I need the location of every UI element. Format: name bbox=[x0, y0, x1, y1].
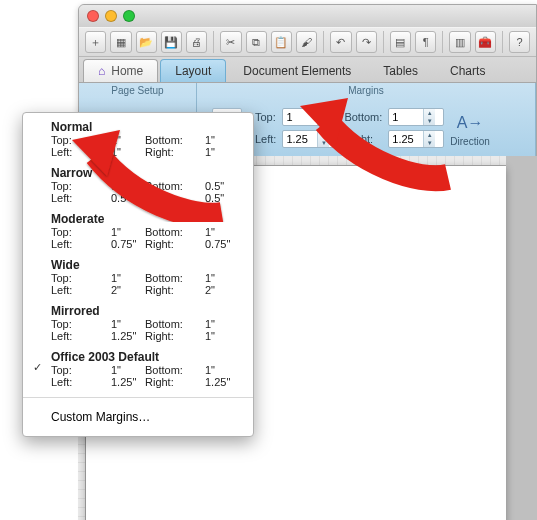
toolbar-separator bbox=[323, 31, 324, 53]
print-button[interactable]: 🖨 bbox=[186, 31, 207, 53]
toolbar-separator bbox=[383, 31, 384, 53]
spin-up-icon[interactable]: ▲ bbox=[318, 131, 329, 139]
preset-name: Mirrored bbox=[51, 304, 239, 318]
margin-preset-mirrored[interactable]: MirroredTop:1"Bottom:1"Left:1.25"Right:1… bbox=[23, 301, 253, 347]
separator bbox=[23, 397, 253, 398]
toolbar-separator bbox=[442, 31, 443, 53]
margin-left-label: Left: bbox=[255, 133, 276, 145]
preset-name: Narrow bbox=[51, 166, 239, 180]
margin-left-input[interactable]: ▲▼ bbox=[282, 130, 338, 148]
tab-home[interactable]: Home bbox=[83, 59, 158, 82]
margins-dropdown: NormalTop:1"Bottom:1"Left:1"Right:1"Narr… bbox=[22, 112, 254, 437]
margin-right-label: Right: bbox=[344, 133, 382, 145]
text-direction-label: Direction bbox=[450, 136, 489, 147]
preset-name: Office 2003 Default bbox=[51, 350, 239, 364]
group-title: Margins bbox=[205, 83, 527, 99]
group-title: Page Setup bbox=[87, 83, 188, 99]
toolbar-separator bbox=[213, 31, 214, 53]
preset-name: Moderate bbox=[51, 212, 239, 226]
paste-button[interactable]: 📋 bbox=[271, 31, 292, 53]
show-hide-button[interactable]: ▤ bbox=[390, 31, 411, 53]
preset-name: Wide bbox=[51, 258, 239, 272]
margin-bottom-input[interactable]: ▲▼ bbox=[388, 108, 444, 126]
margin-preset-wide[interactable]: WideTop:1"Bottom:1"Left:2"Right:2" bbox=[23, 255, 253, 301]
text-direction-button[interactable]: A→ Direction bbox=[450, 110, 489, 147]
sidebar-button[interactable]: ▥ bbox=[449, 31, 470, 53]
quick-access-toolbar: ＋ ▦ 📂 💾 🖨 ✂ ⧉ 📋 🖌 ↶ ↷ ▤ ¶ ▥ 🧰 ? bbox=[79, 27, 536, 57]
margin-top-input[interactable]: ▲▼ bbox=[282, 108, 338, 126]
spin-up-icon[interactable]: ▲ bbox=[318, 109, 329, 117]
spin-up-icon[interactable]: ▲ bbox=[424, 109, 435, 117]
zoom-icon[interactable] bbox=[123, 10, 135, 22]
margin-right-input[interactable]: ▲▼ bbox=[388, 130, 444, 148]
margin-preset-moderate[interactable]: ModerateTop:1"Bottom:1"Left:0.75"Right:0… bbox=[23, 209, 253, 255]
spin-down-icon[interactable]: ▼ bbox=[318, 139, 329, 147]
help-button[interactable]: ? bbox=[509, 31, 530, 53]
margin-preset-normal[interactable]: NormalTop:1"Bottom:1"Left:1"Right:1" bbox=[23, 117, 253, 163]
redo-button[interactable]: ↷ bbox=[356, 31, 377, 53]
margin-inputs: Top: ▲▼ Bottom: ▲▼ Left: ▲▼ R bbox=[255, 108, 444, 148]
text-direction-icon: A→ bbox=[455, 110, 485, 136]
format-painter-button[interactable]: 🖌 bbox=[296, 31, 317, 53]
margin-preset-office-2003-default[interactable]: ✓Office 2003 DefaultTop:1"Bottom:1"Left:… bbox=[23, 347, 253, 393]
spin-down-icon[interactable]: ▼ bbox=[318, 117, 329, 125]
cut-button[interactable]: ✂ bbox=[220, 31, 241, 53]
tab-charts[interactable]: Charts bbox=[435, 59, 500, 82]
save-button[interactable]: 💾 bbox=[161, 31, 182, 53]
copy-button[interactable]: ⧉ bbox=[246, 31, 267, 53]
tab-layout[interactable]: Layout bbox=[160, 59, 226, 82]
open-button[interactable]: 📂 bbox=[136, 31, 157, 53]
custom-margins-item[interactable]: Custom Margins… bbox=[23, 402, 253, 432]
spin-up-icon[interactable]: ▲ bbox=[424, 131, 435, 139]
spin-down-icon[interactable]: ▼ bbox=[424, 139, 435, 147]
preset-name: Normal bbox=[51, 120, 239, 134]
new-doc-button[interactable]: ＋ bbox=[85, 31, 106, 53]
tab-document-elements[interactable]: Document Elements bbox=[228, 59, 366, 82]
tab-tables[interactable]: Tables bbox=[368, 59, 433, 82]
margin-top-label: Top: bbox=[255, 111, 276, 123]
undo-button[interactable]: ↶ bbox=[330, 31, 351, 53]
close-icon[interactable] bbox=[87, 10, 99, 22]
minimize-icon[interactable] bbox=[105, 10, 117, 22]
toolbox-button[interactable]: 🧰 bbox=[475, 31, 496, 53]
ribbon-tabs: Home Layout Document Elements Tables Cha… bbox=[79, 57, 536, 83]
check-icon: ✓ bbox=[33, 361, 42, 374]
margin-bottom-label: Bottom: bbox=[344, 111, 382, 123]
margin-preset-narrow[interactable]: NarrowTop:0.5"Bottom:0.5"Left:0.5"Right:… bbox=[23, 163, 253, 209]
show-all-button[interactable]: ¶ bbox=[415, 31, 436, 53]
titlebar bbox=[79, 5, 536, 27]
spin-down-icon[interactable]: ▼ bbox=[424, 117, 435, 125]
templates-button[interactable]: ▦ bbox=[110, 31, 131, 53]
toolbar-separator bbox=[502, 31, 503, 53]
